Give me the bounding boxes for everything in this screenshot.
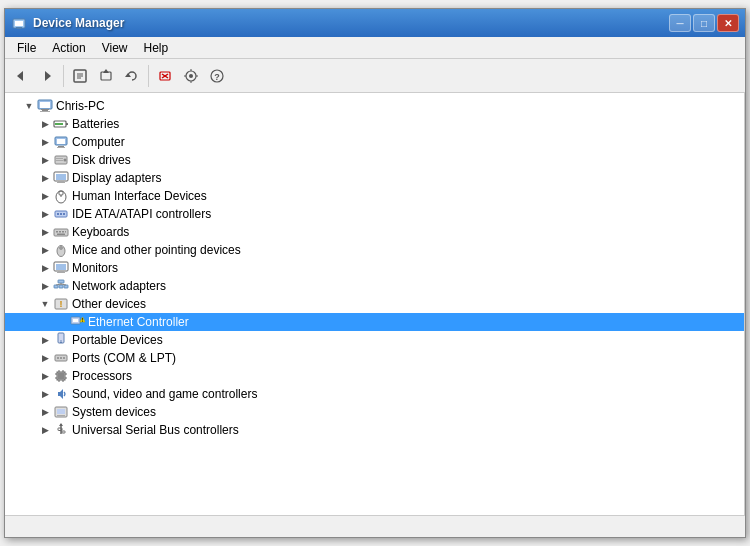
tree-item-usb[interactable]: ▶ Universal Serial Bus controllers (5, 421, 744, 439)
computer-label: Computer (72, 135, 125, 149)
ethernet-warning-icon: ! (69, 314, 85, 330)
svg-rect-52 (56, 231, 58, 233)
menu-view[interactable]: View (94, 39, 136, 57)
toolbar-separator-1 (63, 65, 64, 87)
svg-rect-64 (58, 280, 64, 283)
computer-icon (37, 98, 53, 114)
monitors-label: Monitors (72, 261, 118, 275)
system-icon (53, 404, 69, 420)
show-properties-button[interactable] (68, 64, 92, 88)
menu-action[interactable]: Action (44, 39, 93, 57)
toolbar: ? (5, 59, 745, 93)
tree-item-system-devices[interactable]: ▶ System devices (5, 403, 744, 421)
toggle-other-devices[interactable]: ▼ (37, 295, 53, 313)
toggle-portable-devices[interactable]: ▶ (37, 331, 53, 349)
toggle-keyboards[interactable]: ▶ (37, 223, 53, 241)
system-devices-label: System devices (72, 405, 156, 419)
tree-item-hid[interactable]: ▶ Human Interface Devices (5, 187, 744, 205)
svg-rect-61 (56, 264, 66, 270)
other-devices-icon: ! (53, 296, 69, 312)
svg-rect-78 (60, 342, 62, 343)
toggle-computer[interactable]: ▶ (37, 133, 53, 151)
back-button[interactable] (9, 64, 33, 88)
svg-rect-97 (57, 415, 65, 416)
toggle-ide[interactable]: ▶ (37, 205, 53, 223)
svg-point-79 (60, 340, 62, 342)
toggle-network-adapters[interactable]: ▶ (37, 277, 53, 295)
svg-marker-94 (58, 389, 63, 399)
maximize-button[interactable]: □ (693, 14, 715, 32)
tree-item-ports[interactable]: ▶ Ports (COM & LPT) (5, 349, 744, 367)
menu-file[interactable]: File (9, 39, 44, 57)
toggle-system-devices[interactable]: ▶ (37, 403, 53, 421)
minimize-button[interactable]: ─ (669, 14, 691, 32)
tree-item-batteries[interactable]: ▶ Batteries (5, 115, 744, 133)
svg-rect-62 (58, 271, 64, 272)
svg-rect-49 (60, 213, 62, 215)
menu-help[interactable]: Help (136, 39, 177, 57)
svg-marker-4 (17, 71, 23, 81)
portable-icon (53, 332, 69, 348)
forward-button[interactable] (35, 64, 59, 88)
svg-point-17 (189, 74, 193, 78)
svg-rect-2 (16, 27, 22, 28)
toggle-root[interactable]: ▼ (21, 97, 37, 115)
toggle-ports[interactable]: ▶ (37, 349, 53, 367)
window-icon (11, 15, 27, 31)
display-icon (53, 170, 69, 186)
scan-hardware-button[interactable] (179, 64, 203, 88)
toggle-processors[interactable]: ▶ (37, 367, 53, 385)
svg-rect-31 (66, 123, 68, 125)
device-tree[interactable]: ▼ Chris-PC ▶ (5, 93, 745, 515)
rollback-driver-button[interactable] (120, 64, 144, 88)
svg-rect-66 (59, 285, 63, 288)
tree-item-mice[interactable]: ▶ Mice and other pointing devices (5, 241, 744, 259)
svg-point-37 (64, 159, 67, 162)
toggle-monitors[interactable]: ▶ (37, 259, 53, 277)
tree-item-sound[interactable]: ▶ Sound, video and game controllers (5, 385, 744, 403)
tree-item-processors[interactable]: ▶ Processors (5, 367, 744, 385)
svg-marker-99 (59, 423, 63, 426)
close-button[interactable]: ✕ (717, 14, 739, 32)
svg-rect-3 (17, 28, 21, 29)
sound-icon (53, 386, 69, 402)
tree-item-ethernet-controller[interactable]: ▶ ! Ethernet Controller (5, 313, 744, 331)
tree-item-portable-devices[interactable]: ▶ Portable Devices (5, 331, 744, 349)
tree-item-root[interactable]: ▼ Chris-PC (5, 97, 744, 115)
tree-item-other-devices[interactable]: ▼ ! Other devices (5, 295, 744, 313)
svg-rect-50 (63, 213, 65, 215)
update-driver-button[interactable] (94, 64, 118, 88)
svg-rect-65 (54, 285, 58, 288)
batteries-label: Batteries (72, 117, 119, 131)
toggle-batteries[interactable]: ▶ (37, 115, 53, 133)
usb-label: Universal Serial Bus controllers (72, 423, 239, 437)
toggle-disk-drives[interactable]: ▶ (37, 151, 53, 169)
tree-item-network-adapters[interactable]: ▶ Network adapters (5, 277, 744, 295)
svg-rect-38 (56, 158, 63, 159)
svg-text:!: ! (60, 299, 63, 309)
monitor-icon (53, 260, 69, 276)
network-icon (53, 278, 69, 294)
title-bar: Device Manager ─ □ ✕ (5, 9, 745, 37)
tree-item-monitors[interactable]: ▶ Monitors (5, 259, 744, 277)
toggle-mice[interactable]: ▶ (37, 241, 53, 259)
svg-rect-53 (59, 231, 61, 233)
hid-icon (53, 188, 69, 204)
tree-item-disk-drives[interactable]: ▶ Disk drives (5, 151, 744, 169)
help-button[interactable]: ? (205, 64, 229, 88)
display-adapters-label: Display adapters (72, 171, 161, 185)
toggle-hid[interactable]: ▶ (37, 187, 53, 205)
tree-item-ide[interactable]: ▶ IDE ATA/ATAPI controllers (5, 205, 744, 223)
tree-item-keyboards[interactable]: ▶ Keyboards (5, 223, 744, 241)
tree-item-computer[interactable]: ▶ Computer (5, 133, 744, 151)
toggle-sound[interactable]: ▶ (37, 385, 53, 403)
tree-item-display-adapters[interactable]: ▶ Display adapters (5, 169, 744, 187)
toggle-display-adapters[interactable]: ▶ (37, 169, 53, 187)
uninstall-button[interactable] (153, 64, 177, 88)
mice-label: Mice and other pointing devices (72, 243, 241, 257)
usb-icon (53, 422, 69, 438)
svg-point-81 (57, 357, 59, 359)
toggle-ethernet: ▶ (53, 313, 69, 331)
svg-rect-63 (57, 272, 65, 273)
toggle-usb[interactable]: ▶ (37, 421, 53, 439)
